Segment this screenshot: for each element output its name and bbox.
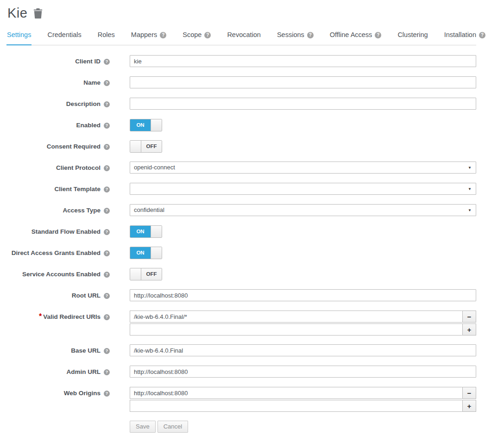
field-label: Direct Access Grants Enabled? <box>6 247 110 259</box>
form-row-valid-redirect-uris: *Valid Redirect URIs? − + <box>6 311 476 336</box>
tab-scope[interactable]: Scope? <box>182 28 211 45</box>
form-row-base-url: Base URL? <box>6 344 476 357</box>
tab-label: Sessions <box>277 31 304 38</box>
tab-label: Revocation <box>227 31 261 38</box>
help-icon[interactable]: ? <box>104 165 110 171</box>
tab-revocation[interactable]: Revocation <box>227 28 261 45</box>
toggle-handle <box>151 119 162 131</box>
toggle-off-label: OFF <box>141 141 162 152</box>
field-label: Enabled? <box>6 119 110 131</box>
tab-offline-access[interactable]: Offline Access? <box>329 28 382 45</box>
name-input[interactable] <box>130 76 476 88</box>
web-origin-input-0[interactable] <box>130 387 462 399</box>
caret-down-icon: ▼ <box>468 162 472 174</box>
client-tabs: Settings Credentials Roles Mappers? Scop… <box>6 28 476 45</box>
consent-required-label: Consent Required <box>47 143 101 150</box>
field-label: Description? <box>6 98 110 110</box>
enabled-toggle[interactable]: ON <box>130 119 162 131</box>
remove-redirect-uri-button[interactable]: − <box>462 311 476 323</box>
valid-redirect-uri-input-0[interactable] <box>130 311 462 323</box>
help-icon[interactable]: ? <box>104 208 110 214</box>
field-label: Client Template? <box>6 183 110 195</box>
actions-spacer <box>6 421 110 433</box>
help-icon[interactable]: ? <box>104 250 110 256</box>
base-url-input[interactable] <box>130 344 476 356</box>
tab-clustering[interactable]: Clustering <box>397 28 428 45</box>
root-url-input[interactable] <box>130 289 476 301</box>
help-icon[interactable]: ? <box>104 391 110 397</box>
client-id-input[interactable] <box>130 55 476 67</box>
service-accounts-label: Service Accounts Enabled <box>22 271 101 278</box>
form-row-web-origins: Web Origins? − + <box>6 387 476 412</box>
help-icon[interactable]: ? <box>104 369 110 375</box>
help-icon[interactable]: ? <box>104 186 110 193</box>
selected-value: openid-connect <box>134 164 175 171</box>
settings-form: Client ID? Name? Description? <box>6 55 476 433</box>
tab-label: Settings <box>7 31 31 38</box>
redirect-uri-row: − <box>130 311 476 323</box>
field-label: *Valid Redirect URIs? <box>6 311 110 336</box>
form-row-client-protocol: Client Protocol? openid-connect ▼ <box>6 162 476 174</box>
help-icon[interactable]: ? <box>104 123 110 129</box>
base-url-label: Base URL <box>71 347 101 354</box>
form-row-enabled: Enabled? ON <box>6 119 476 131</box>
service-accounts-toggle[interactable]: OFF <box>130 268 162 280</box>
help-icon[interactable]: ? <box>104 314 110 320</box>
delete-client-button[interactable] <box>33 8 43 19</box>
description-input[interactable] <box>130 98 476 110</box>
help-icon[interactable]: ? <box>104 80 110 86</box>
tab-label: Mappers <box>131 31 157 38</box>
access-type-select[interactable]: confidential ▼ <box>130 204 476 216</box>
admin-url-label: Admin URL <box>67 368 101 375</box>
help-icon: ? <box>204 32 211 38</box>
admin-url-input[interactable] <box>130 366 476 378</box>
direct-access-grants-toggle[interactable]: ON <box>130 247 162 259</box>
enabled-label: Enabled <box>76 122 101 129</box>
form-row-standard-flow: Standard Flow Enabled? ON <box>6 225 476 238</box>
direct-access-grants-label: Direct Access Grants Enabled <box>12 249 101 256</box>
caret-down-icon: ▼ <box>468 183 472 195</box>
help-icon[interactable]: ? <box>104 348 110 354</box>
client-template-select[interactable]: ▼ <box>130 183 476 195</box>
web-origin-row: + <box>130 400 476 412</box>
tab-mappers[interactable]: Mappers? <box>131 28 167 45</box>
tab-label: Credentials <box>47 31 81 38</box>
help-icon[interactable]: ? <box>104 59 110 65</box>
tab-installation[interactable]: Installation? <box>444 28 486 45</box>
help-icon[interactable]: ? <box>104 272 110 278</box>
field-label: Service Accounts Enabled? <box>6 268 110 280</box>
web-origin-input-1[interactable] <box>130 400 462 412</box>
help-icon[interactable]: ? <box>104 101 110 107</box>
page-header: Kie <box>7 6 476 21</box>
standard-flow-toggle[interactable]: ON <box>130 225 162 238</box>
valid-redirect-uri-input-1[interactable] <box>130 323 462 336</box>
access-type-label: Access Type <box>63 207 101 214</box>
tab-credentials[interactable]: Credentials <box>47 28 82 45</box>
tab-roles[interactable]: Roles <box>97 28 115 45</box>
consent-required-toggle[interactable]: OFF <box>130 140 162 153</box>
form-row-access-type: Access Type? confidential ▼ <box>6 204 476 217</box>
required-marker: * <box>39 312 42 320</box>
help-icon: ? <box>479 32 485 38</box>
field-label: Root URL? <box>6 289 110 302</box>
form-row-client-id: Client ID? <box>6 55 476 68</box>
cancel-button[interactable]: Cancel <box>158 421 188 433</box>
form-row-name: Name? <box>6 76 476 89</box>
field-label: Client ID? <box>6 55 110 68</box>
field-label: Standard Flow Enabled? <box>6 225 110 238</box>
client-protocol-select[interactable]: openid-connect ▼ <box>130 162 476 174</box>
help-icon[interactable]: ? <box>104 144 110 150</box>
remove-web-origin-button[interactable]: − <box>462 387 476 399</box>
toggle-handle <box>151 247 162 259</box>
field-label: Name? <box>6 76 110 89</box>
toggle-handle <box>130 268 141 280</box>
form-row-admin-url: Admin URL? <box>6 366 476 378</box>
save-button[interactable]: Save <box>130 421 156 433</box>
tab-settings[interactable]: Settings <box>6 28 32 45</box>
tab-sessions[interactable]: Sessions? <box>277 28 314 45</box>
add-web-origin-button[interactable]: + <box>462 400 476 412</box>
help-icon[interactable]: ? <box>104 229 110 235</box>
help-icon: ? <box>307 32 314 38</box>
add-redirect-uri-button[interactable]: + <box>462 323 476 336</box>
help-icon[interactable]: ? <box>104 293 110 299</box>
